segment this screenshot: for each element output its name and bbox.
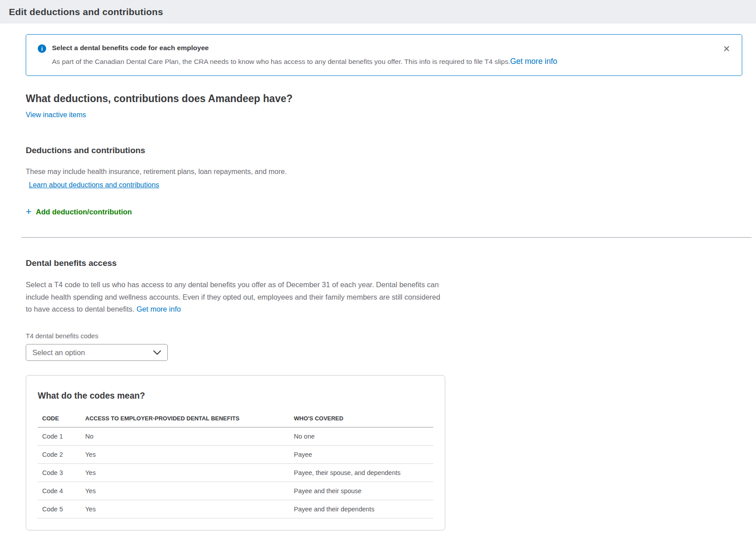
codes-table: CODE ACCESS TO EMPLOYER-PROVIDED DENTAL …: [38, 411, 433, 518]
banner-get-more-info-link[interactable]: Get more info: [510, 57, 557, 66]
table-cell: Code 1: [38, 427, 81, 446]
table-cell: Code 2: [38, 446, 81, 464]
employee-question-heading: What deductions, contributions does Aman…: [26, 93, 756, 105]
table-cell: Payee and their spouse: [289, 482, 433, 500]
page-header: Edit deductions and contributions: [0, 0, 756, 24]
deductions-section-description: These may include health insurance, reti…: [26, 166, 756, 178]
plus-icon: +: [26, 207, 32, 217]
table-cell: Code 3: [38, 464, 81, 482]
banner-content: Select a dental benefits code for each e…: [52, 44, 557, 75]
table-cell: Payee and their dependents: [289, 500, 433, 518]
table-row: Code 1NoNo one: [38, 427, 433, 446]
table-cell: Payee, their spouse, and dependents: [289, 464, 433, 482]
table-cell: Yes: [81, 500, 289, 518]
column-header-access: ACCESS TO EMPLOYER-PROVIDED DENTAL BENEF…: [81, 411, 289, 427]
chevron-down-icon: [153, 350, 161, 355]
banner-body: As part of the Canadian Dental Care Plan…: [52, 56, 557, 67]
table-cell: Code 5: [38, 500, 81, 518]
table-cell: Yes: [81, 482, 289, 500]
table-row: Code 4YesPayee and their spouse: [38, 482, 433, 500]
close-icon[interactable]: ✕: [723, 44, 730, 53]
banner-body-text: As part of the Canadian Dental Care Plan…: [52, 58, 510, 65]
codes-meaning-card: What do the codes mean? CODE ACCESS TO E…: [26, 375, 445, 530]
codes-card-title: What do the codes mean?: [38, 391, 433, 401]
view-inactive-items-link[interactable]: View inactive items: [26, 111, 86, 119]
t4-codes-select[interactable]: Select an option: [26, 344, 168, 361]
dental-description-text: Select a T4 code to tell us who has acce…: [26, 281, 440, 313]
add-deduction-contribution-button[interactable]: + Add deduction/contribution: [26, 207, 132, 217]
table-cell: Yes: [81, 446, 289, 464]
main-content: What deductions, contributions does Aman…: [0, 93, 756, 530]
codes-table-body: Code 1NoNo oneCode 2YesPayeeCode 3YesPay…: [38, 427, 433, 518]
dental-section-title: Dental benefits access: [26, 258, 756, 268]
dental-code-banner: i Select a dental benefits code for each…: [26, 34, 742, 76]
section-divider: [21, 237, 752, 238]
column-header-covered: WHO'S COVERED: [289, 411, 433, 427]
add-button-label: Add deduction/contribution: [36, 208, 132, 216]
table-row: Code 5YesPayee and their dependents: [38, 500, 433, 518]
table-cell: Payee: [289, 446, 433, 464]
table-row: Code 2YesPayee: [38, 446, 433, 464]
column-header-code: CODE: [38, 411, 81, 427]
table-cell: Yes: [81, 464, 289, 482]
t4-codes-field-label: T4 dental benefits codes: [26, 332, 756, 340]
info-icon: i: [38, 44, 46, 53]
codes-table-header: CODE ACCESS TO EMPLOYER-PROVIDED DENTAL …: [38, 411, 433, 427]
dental-section-description: Select a T4 code to tell us who has acce…: [26, 279, 447, 315]
learn-about-deductions-link[interactable]: Learn about deductions and contributions: [29, 181, 159, 189]
page-title: Edit deductions and contributions: [9, 7, 163, 17]
table-cell: No one: [289, 427, 433, 446]
dental-get-more-info-link[interactable]: Get more info: [137, 305, 181, 313]
banner-title: Select a dental benefits code for each e…: [52, 44, 557, 52]
table-cell: Code 4: [38, 482, 81, 500]
table-cell: No: [81, 427, 289, 446]
table-row: Code 3YesPayee, their spouse, and depend…: [38, 464, 433, 482]
select-placeholder: Select an option: [32, 348, 85, 357]
deductions-section-title: Deductions and contributions: [26, 146, 756, 155]
